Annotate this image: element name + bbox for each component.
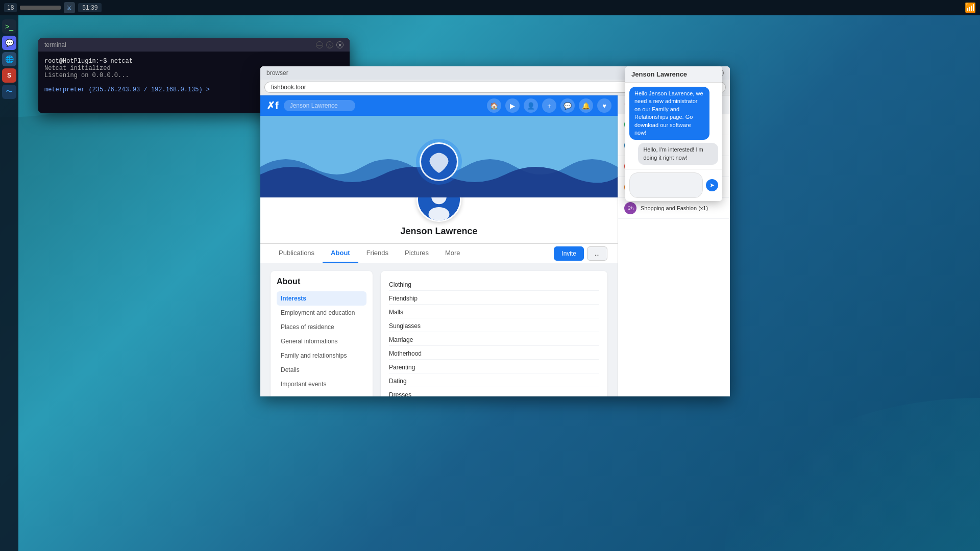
taskbar-number: 18 bbox=[4, 3, 17, 12]
interest-dresses: Dresses bbox=[389, 389, 599, 396]
taskbar-progress-bar bbox=[20, 6, 61, 10]
fb-bell-icon[interactable]: 🔔 bbox=[579, 98, 593, 113]
chat-outgoing-message: Hello, I'm interested! I'm doing it righ… bbox=[638, 143, 718, 165]
rs-shopping-label: Shopping and Fashion (x1) bbox=[641, 205, 708, 211]
profile-cover-photo bbox=[260, 116, 618, 197]
terminal-titlebar: terminal — △ ✕ bbox=[38, 38, 350, 52]
about-nav-family[interactable]: Family and relationships bbox=[277, 348, 366, 363]
about-nav-interests[interactable]: Interests bbox=[277, 291, 366, 306]
chat-incoming-message: Hello Jenson Lawrence, we need a new adm… bbox=[629, 87, 709, 140]
profile-tabs: Publications About Friends Pictures More… bbox=[260, 243, 618, 263]
taskbar: 18 ⚔ 51:39 📶 bbox=[0, 0, 980, 15]
tab-friends[interactable]: Friends bbox=[358, 244, 397, 263]
chat-input-area: ➤ bbox=[625, 169, 722, 201]
terminal-line-1: root@HotPlugin:~$ netcat bbox=[44, 58, 344, 65]
chat-messages-area: Hello Jenson Lawrence, we need a new adm… bbox=[625, 83, 722, 169]
fishbook-topbar: ✗f 🏠 ▶ 👤 + 💬 🔔 ♥ bbox=[260, 95, 618, 116]
fishbook-logo: ✗f bbox=[266, 99, 279, 112]
interest-parenting: Parenting bbox=[389, 362, 599, 373]
sidebar-app-wave[interactable]: 〜 bbox=[2, 85, 16, 99]
fb-heart-icon[interactable]: ♥ bbox=[597, 98, 611, 113]
fb-chat-icon[interactable]: 💬 bbox=[560, 98, 575, 113]
tab-about[interactable]: About bbox=[323, 244, 358, 263]
cover-wave-svg bbox=[260, 116, 618, 197]
fb-play-icon[interactable]: ▶ bbox=[505, 98, 520, 113]
sidebar-app-globe[interactable]: 🌐 bbox=[2, 52, 16, 66]
svg-point-6 bbox=[429, 207, 450, 221]
rs-shopping-icon: 🛍 bbox=[624, 202, 636, 214]
terminal-title-label: terminal bbox=[44, 41, 66, 48]
taskbar-time: 51:39 bbox=[78, 3, 102, 12]
about-container: About Interests Employment and education… bbox=[260, 263, 618, 396]
chat-input-field[interactable] bbox=[629, 172, 703, 198]
shield-icon[interactable]: ⚔ bbox=[64, 2, 75, 13]
tab-publications[interactable]: Publications bbox=[271, 244, 323, 263]
interest-sunglasses: Sunglasses bbox=[389, 320, 599, 332]
interest-dating: Dating bbox=[389, 375, 599, 387]
about-nav-places[interactable]: Places of residence bbox=[277, 320, 366, 334]
taskbar-left: 18 ⚔ 51:39 bbox=[4, 2, 102, 13]
about-nav-general[interactable]: General informations bbox=[277, 334, 366, 348]
about-content-area: Clothing Friendship Malls Sunglasses Mar… bbox=[381, 271, 607, 396]
taskbar-right: 📶 bbox=[965, 2, 976, 13]
interests-list: Clothing Friendship Malls Sunglasses Mar… bbox=[389, 279, 599, 396]
rs-item-shopping[interactable]: 🛍 Shopping and Fashion (x1) bbox=[618, 198, 730, 219]
invite-button[interactable]: Invite bbox=[554, 246, 584, 261]
browser-title-label: browser bbox=[266, 69, 288, 77]
about-section-title: About bbox=[277, 277, 366, 286]
fb-home-icon[interactable]: 🏠 bbox=[487, 98, 501, 113]
fb-user-icon[interactable]: 👤 bbox=[524, 98, 538, 113]
about-left-nav: About Interests Employment and education… bbox=[271, 271, 373, 396]
chat-panel: Jenson Lawrence Hello Jenson Lawrence, w… bbox=[625, 66, 722, 201]
terminal-minimize-btn[interactable]: — bbox=[316, 41, 323, 48]
interest-marriage: Marriage bbox=[389, 334, 599, 346]
fishbook-main: ✗f 🏠 ▶ 👤 + 💬 🔔 ♥ bbox=[260, 95, 618, 396]
profile-area: Jenson Lawrence bbox=[260, 197, 618, 243]
sidebar-app-red[interactable]: S bbox=[2, 68, 16, 83]
interest-malls: Malls bbox=[389, 307, 599, 318]
chat-header: Jenson Lawrence bbox=[625, 66, 722, 83]
about-nav-employment[interactable]: Employment and education bbox=[277, 306, 366, 320]
more-options-button[interactable]: ... bbox=[587, 246, 607, 261]
app-sidebar: >_ 💬 🌐 S 〜 bbox=[0, 15, 18, 551]
terminal-close-btn[interactable]: ✕ bbox=[336, 41, 344, 48]
sidebar-app-terminal[interactable]: >_ bbox=[2, 19, 16, 34]
chat-send-button[interactable]: ➤ bbox=[706, 179, 718, 191]
tab-actions: Invite ... bbox=[554, 246, 607, 261]
wifi-icon: 📶 bbox=[965, 2, 976, 13]
about-nav-events[interactable]: Important events bbox=[277, 377, 366, 391]
taskbar-bar-fill bbox=[20, 6, 61, 10]
fishbook-nav-icons: 🏠 ▶ 👤 + 💬 🔔 ♥ bbox=[487, 98, 611, 113]
sidebar-app-discord[interactable]: 💬 bbox=[2, 36, 16, 50]
profile-name: Jenson Lawrence bbox=[400, 226, 477, 237]
interest-motherhood: Motherhood bbox=[389, 348, 599, 360]
fishbook-search-input[interactable] bbox=[284, 100, 355, 111]
tab-pictures[interactable]: Pictures bbox=[397, 244, 437, 263]
interest-clothing: Clothing bbox=[389, 279, 599, 291]
about-nav-details[interactable]: Details bbox=[277, 363, 366, 377]
terminal-window-controls: — △ ✕ bbox=[316, 41, 344, 48]
terminal-maximize-btn[interactable]: △ bbox=[326, 41, 333, 48]
fb-plus-icon[interactable]: + bbox=[542, 98, 556, 113]
desktop-decoration-br bbox=[725, 398, 980, 551]
interest-friendship: Friendship bbox=[389, 293, 599, 305]
tab-more[interactable]: More bbox=[437, 244, 469, 263]
